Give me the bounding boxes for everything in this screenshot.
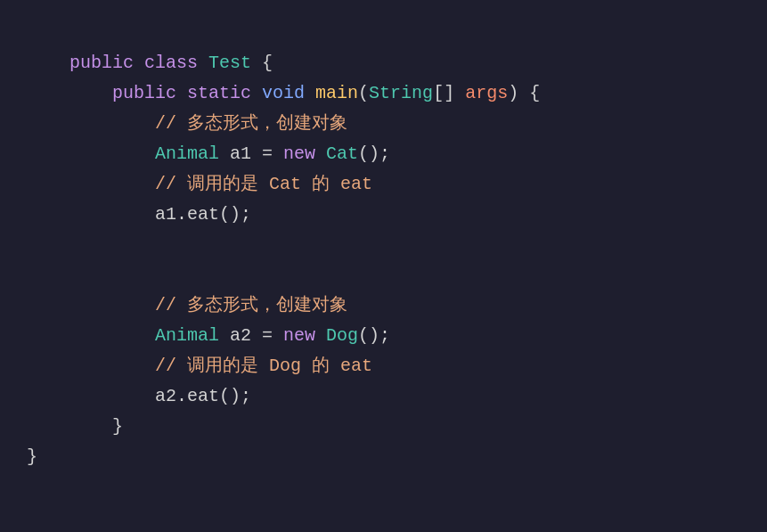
- class-dog: Dog: [326, 325, 358, 346]
- keyword-void: void: [262, 83, 315, 103]
- keyword-new-2: new: [283, 325, 326, 346]
- keyword-static: static: [187, 83, 262, 103]
- eq-1: =: [262, 143, 283, 164]
- type-string: String: [369, 83, 433, 103]
- call-a2-eat: a2.eat();: [155, 386, 251, 406]
- indent-9: [69, 386, 155, 406]
- paren-close-1: ) {: [508, 83, 540, 103]
- comment-2: // 调用的是 Cat 的 eat: [155, 174, 372, 194]
- brace-close-inner: }: [112, 416, 123, 437]
- brace-open-1: {: [262, 53, 273, 73]
- class-test: Test: [208, 53, 262, 73]
- keyword-public-1: public: [69, 53, 144, 73]
- indent-2: [69, 113, 155, 134]
- indent-3: [69, 143, 155, 164]
- code-block: public class Test { public static void m…: [27, 18, 740, 503]
- method-main: main: [315, 83, 358, 103]
- paren-dog: ();: [358, 325, 390, 346]
- indent-8: [69, 356, 155, 376]
- paren-open-1: (: [358, 83, 369, 103]
- code-container: public class Test { public static void m…: [0, 0, 767, 532]
- comment-3: // 多态形式，创建对象: [155, 295, 347, 315]
- indent-7: [69, 325, 155, 346]
- indent-10: [69, 416, 112, 437]
- brackets: []: [433, 83, 465, 103]
- type-animal-1: Animal: [155, 143, 230, 164]
- keyword-class: class: [144, 53, 208, 73]
- keyword-new-1: new: [283, 143, 326, 164]
- eq-2: =: [262, 325, 283, 346]
- var-a2: a2: [230, 325, 262, 346]
- call-a1-eat: a1.eat();: [155, 204, 251, 225]
- type-animal-2: Animal: [155, 325, 230, 346]
- comment-4: // 调用的是 Dog 的 eat: [155, 356, 372, 376]
- brace-close-outer: }: [27, 446, 37, 467]
- indent-4: [69, 174, 155, 194]
- indent-6: [69, 295, 155, 315]
- paren-cat: ();: [358, 143, 390, 164]
- param-args: args: [465, 83, 508, 103]
- indent-1: [69, 83, 112, 103]
- comment-1: // 多态形式，创建对象: [155, 113, 347, 134]
- keyword-public-2: public: [112, 83, 187, 103]
- class-cat: Cat: [326, 143, 358, 164]
- var-a1: a1: [230, 143, 262, 164]
- indent-5: [69, 204, 155, 225]
